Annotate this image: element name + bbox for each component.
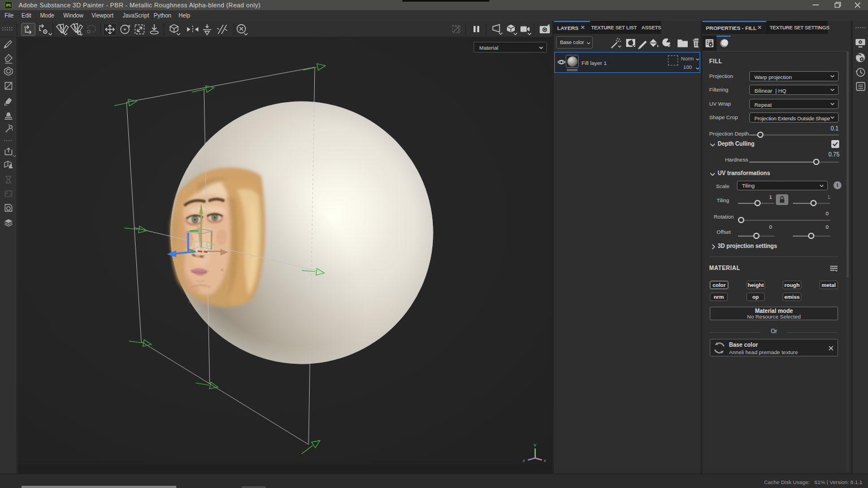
svg-text:Y: Y — [533, 443, 537, 448]
svg-text:z: z — [523, 458, 525, 463]
svg-text:x: x — [544, 458, 546, 463]
